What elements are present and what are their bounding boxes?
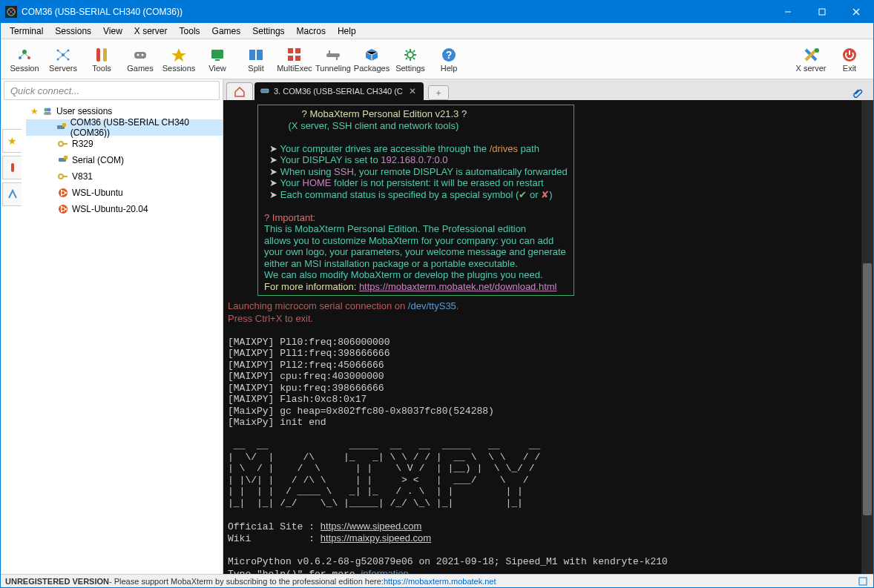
svg-rect-33: [326, 53, 340, 57]
download-link[interactable]: https://mobaxterm.mobatek.net/download.h…: [359, 281, 557, 292]
servers-icon: [54, 46, 72, 64]
xserver-button[interactable]: X server: [792, 44, 830, 74]
view-button[interactable]: View: [198, 44, 237, 74]
sessions-icon: [170, 46, 188, 64]
svg-rect-62: [260, 90, 262, 92]
home-tab[interactable]: [226, 82, 253, 100]
menu-terminal[interactable]: Terminal: [4, 24, 49, 38]
packages-icon: [363, 46, 381, 64]
svg-rect-46: [62, 143, 68, 145]
maximize-button[interactable]: [805, 1, 839, 23]
ubuntu-icon: [57, 203, 69, 215]
tree-root-label: User sessions: [56, 106, 112, 116]
session-item[interactable]: COM36 (USB-SERIAL CH340 (COM36)): [26, 119, 223, 136]
users-icon: [42, 105, 53, 117]
svg-point-41: [47, 108, 51, 112]
svg-rect-20: [96, 48, 100, 62]
menu-macros[interactable]: Macros: [291, 24, 332, 38]
multiexec-icon: [286, 46, 303, 64]
scrollbar-thumb[interactable]: [863, 263, 872, 515]
sidetab-macros[interactable]: [2, 182, 22, 206]
terminal-output[interactable]: ? MobaXterm Personal Edition v21.3 ? (X …: [223, 100, 873, 574]
svg-line-18: [58, 55, 63, 59]
svg-rect-32: [295, 56, 300, 61]
split-icon: [247, 46, 265, 64]
settings-button[interactable]: Settings: [391, 44, 430, 74]
session-item[interactable]: V831: [26, 168, 223, 185]
menu-settings[interactable]: Settings: [246, 24, 290, 38]
official-site-link[interactable]: https://www.sipeed.com: [321, 521, 422, 532]
menu-games[interactable]: Games: [206, 24, 247, 38]
terminal-panel: 3. COM36 (USB-SERIAL CH340 (C ✕ ＋ ? Moba…: [223, 79, 873, 574]
quick-connect-placeholder: Quick connect...: [10, 85, 79, 96]
svg-point-59: [61, 206, 62, 208]
svg-rect-44: [62, 123, 66, 127]
close-button[interactable]: [839, 1, 873, 23]
minimize-button[interactable]: [771, 1, 805, 23]
ubuntu-icon: [57, 187, 69, 199]
exit-icon: [841, 46, 858, 64]
session-item[interactable]: WSL-Ubuntu: [26, 185, 223, 201]
exit-button[interactable]: Exit: [830, 44, 869, 74]
svg-point-54: [61, 190, 62, 191]
session-item[interactable]: Serial (COM): [26, 152, 223, 168]
split-button[interactable]: Split: [237, 44, 275, 74]
paperclip-icon[interactable]: [848, 88, 869, 100]
tunneling-button[interactable]: Tunneling: [314, 44, 352, 74]
help-button[interactable]: ?Help: [430, 44, 468, 74]
servers-button[interactable]: Servers: [44, 44, 82, 74]
svg-line-16: [58, 50, 63, 55]
svg-point-53: [65, 192, 67, 194]
svg-text:?: ?: [446, 49, 453, 61]
new-tab-button[interactable]: ＋: [428, 85, 449, 100]
svg-line-17: [63, 50, 68, 55]
scrollbar[interactable]: [861, 100, 873, 574]
menu-view[interactable]: View: [97, 24, 128, 38]
packages-button[interactable]: Packages: [352, 44, 391, 74]
tab-close-button[interactable]: ✕: [407, 86, 418, 96]
settings-icon: [401, 46, 419, 64]
sidetab-sessions[interactable]: ★: [2, 129, 22, 153]
tab-label: 3. COM36 (USB-SERIAL CH340 (C: [274, 87, 403, 96]
svg-rect-50: [62, 176, 68, 177]
terminal-tab[interactable]: 3. COM36 (USB-SERIAL CH340 (C ✕: [254, 82, 424, 100]
svg-rect-26: [215, 59, 220, 61]
svg-rect-21: [103, 48, 107, 62]
svg-rect-48: [64, 156, 68, 159]
session-button[interactable]: Session: [5, 44, 44, 74]
menu-help[interactable]: Help: [332, 24, 362, 38]
svg-rect-29: [288, 48, 293, 53]
svg-point-55: [61, 194, 62, 196]
wiki-link[interactable]: https://maixpy.sipeed.com: [321, 532, 431, 544]
games-button[interactable]: Games: [121, 44, 160, 74]
resize-grip-icon: [857, 575, 869, 587]
svg-point-23: [137, 53, 139, 56]
quick-connect-input[interactable]: Quick connect...: [4, 81, 220, 100]
multiexec-button[interactable]: MultiExec: [275, 44, 314, 74]
svg-line-10: [24, 53, 29, 57]
session-item[interactable]: R329: [26, 136, 223, 152]
svg-rect-61: [261, 89, 269, 93]
menu-sessions[interactable]: Sessions: [49, 24, 97, 38]
toolbar: SessionServersToolsGamesSessionsViewSpli…: [1, 39, 873, 79]
sessions-button[interactable]: Sessions: [160, 44, 198, 74]
svg-rect-25: [211, 50, 223, 59]
svg-point-37: [815, 48, 819, 53]
svg-line-19: [63, 55, 68, 59]
svg-rect-31: [288, 56, 293, 61]
games-icon: [131, 46, 149, 64]
title-bar: COM36 (USB-SERIAL CH340 (COM36)): [1, 1, 873, 23]
svg-rect-3: [819, 9, 825, 15]
xserver-icon: [802, 46, 820, 64]
tools-button[interactable]: Tools: [82, 44, 121, 74]
svg-line-9: [20, 53, 24, 57]
serial-icon: [260, 86, 269, 96]
menu-tools[interactable]: Tools: [174, 24, 206, 38]
menu-x-server[interactable]: X server: [128, 24, 174, 38]
svg-point-34: [407, 52, 413, 58]
session-item[interactable]: WSL-Ubuntu-20.04: [26, 201, 223, 217]
svg-point-58: [65, 208, 67, 210]
status-link[interactable]: https://mobaxterm.mobatek.net: [384, 577, 496, 586]
session-tree: ★ User sessions COM36 (USB-SERIAL CH340 …: [26, 102, 223, 574]
sidetab-tools[interactable]: [2, 156, 22, 179]
